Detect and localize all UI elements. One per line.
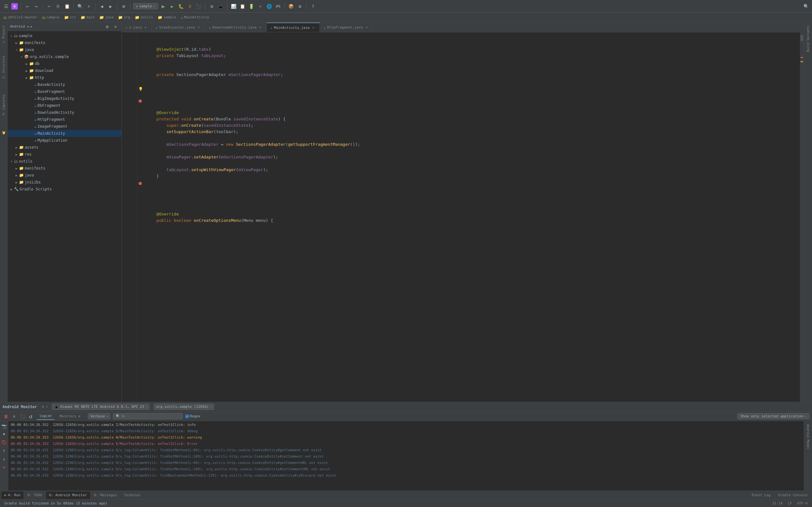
- show-only-selected-app-button[interactable]: Show only selected application ▾: [738, 413, 809, 419]
- tree-item-package[interactable]: ▾ 📦 org.xutils.sample: [8, 53, 121, 60]
- line-ending-indicator[interactable]: LF: [786, 501, 794, 505]
- sync-icon[interactable]: ⚙: [208, 3, 215, 10]
- run-tab[interactable]: ▶ 4: Run: [1, 492, 23, 499]
- tree-item-basefragment[interactable]: ▶ ☕ BaseFragment: [8, 88, 121, 95]
- scroll-to-end-icon[interactable]: ⬇: [11, 413, 18, 420]
- event-log-tab[interactable]: Event Log: [749, 492, 774, 499]
- log-search-input[interactable]: 🔍 Q+: [113, 413, 183, 419]
- tree-item-assets[interactable]: ▶ 📁 assets: [8, 144, 121, 151]
- breadcrumb-item[interactable]: 📁 java: [99, 15, 113, 20]
- tree-item-res[interactable]: ▶ 📁 res: [8, 151, 121, 158]
- breadcrumb-item[interactable]: 🗂 sample: [42, 15, 59, 20]
- paste-icon[interactable]: 📋: [63, 3, 70, 10]
- expand-arrow[interactable]: ▾: [9, 159, 14, 164]
- expand-arrow[interactable]: ▾: [9, 33, 14, 38]
- tree-item-gradle-scripts[interactable]: ▶ 🔧 Gradle Scripts: [8, 186, 121, 193]
- stop-icon[interactable]: ⬛: [19, 413, 26, 420]
- structure-panel-toggle[interactable]: 2: Structure: [0, 53, 7, 82]
- close-tab-icon[interactable]: ×: [311, 25, 316, 30]
- tree-item-dbfragment[interactable]: ▶ ☕ DbFragment: [8, 102, 121, 109]
- tree-item-java[interactable]: ▾ 📁 java: [8, 46, 121, 53]
- terminal-tab[interactable]: Terminal: [121, 492, 144, 499]
- memory-icon[interactable]: 🔋: [248, 3, 255, 10]
- tab-downloadactivity[interactable]: ☕ DownloadActivity.java ×: [205, 22, 266, 32]
- tree-item-http[interactable]: ▶ 📁 http: [8, 74, 121, 81]
- close-tab-icon[interactable]: ×: [196, 25, 201, 30]
- gradle-console-tab[interactable]: Gradle Console: [775, 492, 811, 499]
- restart-icon[interactable]: ↺: [27, 413, 34, 420]
- breadcrumb-item[interactable]: ☕ MainActivity: [181, 15, 209, 20]
- menu-icon[interactable]: ☰: [3, 3, 9, 10]
- tree-item-imagefragment[interactable]: ▶ ☕ ImageFragment: [8, 123, 121, 130]
- process-selector[interactable]: org.xutils.sample (12656) ▾: [154, 404, 214, 410]
- delete-icon[interactable]: ✕: [1, 464, 8, 470]
- regex-checkbox[interactable]: ✓ Regex: [185, 414, 200, 418]
- expand-arrow[interactable]: ▶: [9, 187, 14, 192]
- avd-icon[interactable]: 📱: [217, 3, 224, 10]
- tree-item-xutils[interactable]: ▾ 🗂 xutils: [8, 158, 121, 165]
- replace-icon[interactable]: ⌕: [85, 3, 92, 10]
- close-tab-icon[interactable]: ×: [364, 25, 369, 30]
- run-config-selector[interactable]: ▶ sample ▾: [133, 3, 158, 9]
- network-icon[interactable]: 🌐: [266, 3, 273, 10]
- stop-button[interactable]: ⬛: [195, 3, 202, 10]
- lightbulb-icon[interactable]: 💡: [138, 87, 143, 91]
- code-content[interactable]: @ViewInject(R.id.tabs) private TabLayout…: [144, 32, 800, 402]
- tree-item-xutils-java[interactable]: ▶ 📁 java: [8, 172, 121, 179]
- tree-item-manifests[interactable]: ▶ 📁 manifests: [8, 39, 121, 46]
- expand-arrow[interactable]: ▶: [14, 40, 19, 45]
- settings-icon[interactable]: ⚙: [297, 3, 304, 10]
- tree-item-db[interactable]: ▶ 📁 db: [8, 60, 121, 67]
- expand-arrow[interactable]: ▶: [14, 173, 19, 178]
- tree-item-downloadactivity[interactable]: ▶ ☕ DownloadActivity: [8, 109, 121, 116]
- forward-icon[interactable]: ▶: [107, 3, 114, 10]
- find-icon[interactable]: 🔍: [77, 3, 84, 10]
- captures-panel-toggle[interactable]: 4: Captures: [0, 91, 7, 118]
- tree-item-download[interactable]: ▶ 📁 download: [8, 67, 121, 74]
- run-button[interactable]: ▶: [160, 3, 167, 10]
- todo-tab[interactable]: 0: TODO: [24, 492, 45, 499]
- panel-settings-icon[interactable]: ⚙: [104, 23, 111, 30]
- cpu-icon[interactable]: ⚡: [257, 3, 264, 10]
- close-tab-icon[interactable]: ×: [258, 25, 263, 30]
- gear-icon[interactable]: ⚙: [42, 405, 44, 408]
- encoding-indicator[interactable]: UTF-8: [795, 501, 809, 505]
- help-icon[interactable]: ?: [310, 3, 316, 10]
- tab-httpfragment[interactable]: ☕ HttpFragment.java ×: [320, 22, 373, 32]
- tree-item-baseactivity[interactable]: ▶ ☕ BaseActivity: [8, 81, 121, 88]
- tab-viewinjector[interactable]: ☕ ViewInjector.java ×: [152, 22, 205, 32]
- expand-arrow[interactable]: ▾: [14, 47, 19, 52]
- panel-close-icon[interactable]: ×: [112, 23, 119, 30]
- line-col-indicator[interactable]: 31:14: [770, 501, 785, 505]
- tab-xjava[interactable]: ☕ x.java ×: [122, 22, 152, 32]
- code-editor[interactable]: 💡 @ViewInject(R.id.tabs) private TabLayo…: [122, 32, 804, 402]
- android-model-toggle[interactable]: Android Model: [805, 421, 811, 452]
- expand-arrow[interactable]: ▶: [24, 61, 29, 66]
- gpu-icon[interactable]: 🎮: [275, 3, 282, 10]
- debug-button[interactable]: 🐛: [177, 3, 185, 10]
- device-selector[interactable]: 📱 Xiaomi MI NOTE LTE Android 6.0.1, API …: [52, 404, 149, 410]
- search-everywhere-icon[interactable]: 🔍: [803, 3, 809, 10]
- clear-logcat-icon[interactable]: 🗑: [3, 413, 9, 420]
- tree-item-jnilibs[interactable]: ▶ 📁 jniLibs: [8, 179, 121, 186]
- android-monitor-tab[interactable]: 6: Android Monitor: [46, 492, 90, 499]
- error-icon[interactable]: 🚫: [1, 439, 8, 446]
- breadcrumb-item[interactable]: 📁 src: [64, 15, 76, 20]
- cut-icon[interactable]: ✂: [46, 3, 53, 10]
- breakpoint-icon[interactable]: [139, 182, 142, 185]
- breadcrumb-item[interactable]: 📁 sample: [158, 15, 176, 20]
- copy-icon[interactable]: ⎘: [55, 3, 61, 10]
- camera-icon[interactable]: 📷: [1, 422, 8, 429]
- expand-arrow[interactable]: ▶: [24, 68, 29, 73]
- down-icon[interactable]: ↓: [1, 455, 8, 462]
- sdk-manager-icon[interactable]: 📦: [288, 3, 295, 10]
- checkbox-icon[interactable]: ✓: [185, 414, 189, 418]
- close-tab-icon[interactable]: ×: [143, 25, 148, 30]
- up-icon[interactable]: ↑: [1, 447, 8, 454]
- download-icon[interactable]: ⬇: [46, 405, 48, 408]
- breakpoint-icon[interactable]: [139, 100, 142, 103]
- tab-mainactivity[interactable]: ☕ MainActivity.java ×: [267, 22, 320, 32]
- breadcrumb-item[interactable]: 📁 xutils: [135, 15, 153, 20]
- expand-arrow[interactable]: ▶: [14, 166, 19, 171]
- filter-icon[interactable]: ▼: [1, 431, 8, 438]
